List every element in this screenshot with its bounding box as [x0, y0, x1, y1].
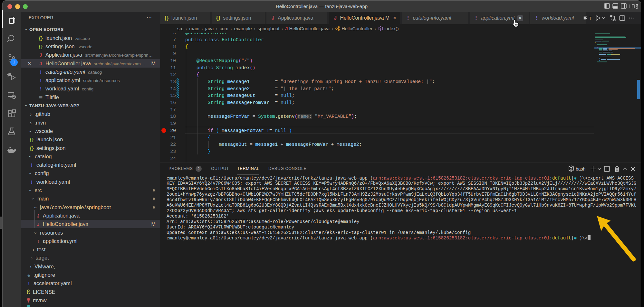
svg-text:bash: bash	[576, 166, 585, 172]
svg-text:T: T	[589, 16, 591, 21]
